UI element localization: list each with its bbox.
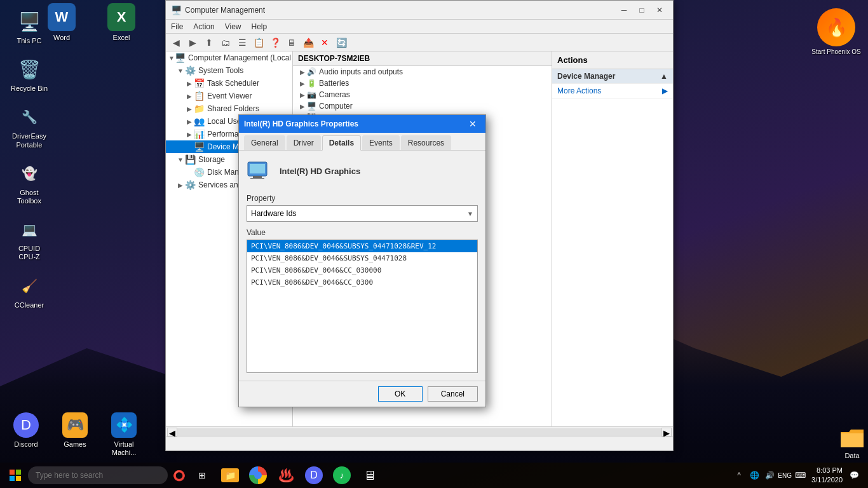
tree-expand-shared-folders[interactable]: ▶ [185, 105, 194, 112]
dialog-close-button[interactable]: ✕ [465, 117, 480, 131]
cm-show-hide-button[interactable]: 🗂 [218, 35, 233, 50]
cm-maximize-button[interactable]: □ [634, 4, 650, 17]
phoenix-os-icon[interactable]: 🔥 Start Phoenix OS [804, 0, 868, 64]
dialog-titlebar: Intel(R) HD Graphics Properties ✕ [239, 115, 485, 133]
taskbar-clock[interactable]: 8:03 PM 3/11/2020 [811, 466, 843, 485]
games-icon: 🎮 [62, 412, 88, 438]
cm-help-btn[interactable]: ❓ [268, 35, 283, 50]
dialog-tab-resources[interactable]: Resources [401, 135, 451, 150]
tray-keyboard-icon[interactable]: ⌨ [794, 469, 806, 482]
tree-expand-local-users[interactable]: ▶ [185, 118, 194, 125]
tree-item-event-viewer[interactable]: ▶ 📋 Event Viewer [166, 90, 292, 102]
tray-ime-icon[interactable]: ENG [778, 469, 791, 482]
taskbar-search-input[interactable] [28, 466, 168, 484]
dialog-tab-general[interactable]: General [244, 135, 285, 150]
action-more-actions[interactable]: More Actions ▶ [552, 84, 673, 98]
desktop-icon-discord[interactable]: D Discord [3, 410, 49, 459]
desktop-icon-this-pc[interactable]: 🖥️ This PC [6, 6, 52, 48]
expand-audio[interactable]: ▶ [298, 69, 307, 76]
tree-expand-storage[interactable]: ▼ [176, 156, 185, 163]
tree-expand-services[interactable]: ▶ [176, 182, 185, 189]
cm-menu-file[interactable]: File [166, 21, 188, 32]
taskbar-chrome-icon[interactable] [247, 463, 269, 488]
dialog-cancel-button[interactable]: Cancel [428, 386, 478, 402]
cm-forward-button[interactable]: ▶ [185, 35, 200, 50]
desktop-icon-word[interactable]: W Word [48, 3, 76, 41]
tray-network-icon[interactable]: 🌐 [748, 469, 761, 482]
cm-up-button[interactable]: ⬆ [201, 35, 217, 50]
desktop-icon-ccleaner[interactable]: 🧹 CCleaner [6, 271, 52, 312]
desktop-icon-ghost-toolbox[interactable]: 👻 GhostToolbox [6, 158, 52, 208]
taskbar-discord-taskbar-icon[interactable]: D [302, 463, 325, 488]
taskbar-steam-icon[interactable]: ♨️ [275, 463, 297, 488]
desktop-icon-cpuid[interactable]: 💻 CPUIDCPU-Z [6, 214, 52, 264]
taskbar-search-icon[interactable]: ⭕ [168, 463, 191, 488]
expand-computer[interactable]: ▶ [298, 103, 307, 110]
tray-notification-icon[interactable]: 💬 [848, 469, 860, 482]
cm-minimize-button[interactable]: ─ [616, 4, 632, 17]
device-item-audio[interactable]: ▶ 🔊 Audio inputs and outputs [293, 66, 552, 78]
value-item-1[interactable]: PCI\VEN_8086&DEV_0046&SUBSYS_04471028 [247, 252, 477, 264]
actions-title: Actions [552, 51, 673, 69]
dialog-value-list[interactable]: PCI\VEN_8086&DEV_0046&SUBSYS_04471028&RE… [247, 240, 478, 373]
desktop-icon-games[interactable]: 🎮 Games [52, 410, 98, 459]
tree-expand-task-scheduler[interactable]: ▶ [185, 80, 194, 87]
device-item-computer[interactable]: ▶ 🖥️ Computer [293, 100, 552, 112]
dialog-property-dropdown[interactable]: Hardware Ids ▼ [247, 205, 478, 222]
cm-export-button[interactable]: 📤 [301, 35, 316, 50]
desktop-icon-vm[interactable]: 💠 VirtualMachi... [101, 410, 147, 459]
vm-icon: 💠 [111, 412, 137, 438]
device-item-cameras[interactable]: ▶ 📷 Cameras [293, 89, 552, 100]
tree-expand-performance[interactable]: ▶ [185, 131, 194, 138]
device-item-batteries[interactable]: ▶ 🔋 Batteries [293, 78, 552, 89]
tree-item-system-tools[interactable]: ▼ ⚙️ System Tools [166, 64, 292, 77]
value-item-3[interactable]: PCI\VEN_8086&DEV_0046&CC_0300 [247, 276, 477, 288]
taskbar-monitor-icon[interactable]: 🖥 [358, 463, 381, 488]
action-device-manager[interactable]: Device Manager ▲ [552, 69, 673, 84]
cm-menu-help[interactable]: Help [247, 21, 273, 32]
dialog-tab-details[interactable]: Details [322, 135, 361, 151]
dialog-ok-button[interactable]: OK [378, 386, 423, 402]
tree-expand-event-viewer[interactable]: ▶ [185, 93, 194, 100]
cm-computer-button[interactable]: 🖥 [284, 35, 299, 50]
drivereasy-icon: 🔧 [17, 104, 42, 130]
tree-item-shared-folders[interactable]: ▶ 📁 Shared Folders [166, 102, 292, 115]
expand-batteries[interactable]: ▶ [298, 80, 307, 87]
desktop-icon-excel[interactable]: X Excel [107, 3, 135, 41]
tray-volume-icon[interactable]: 🔊 [763, 469, 776, 482]
cm-close-button[interactable]: ✕ [651, 4, 668, 17]
tree-item-computer-management[interactable]: ▼ 🖥️ Computer Management (Local [166, 51, 292, 64]
tray-chevron-icon[interactable]: ^ [733, 469, 745, 482]
audio-icon: 🔊 [307, 67, 316, 76]
cm-scrollbar[interactable]: ◀ ▶ [166, 426, 673, 437]
value-item-2[interactable]: PCI\VEN_8086&DEV_0046&CC_030000 [247, 264, 477, 276]
value-item-0[interactable]: PCI\VEN_8086&DEV_0046&SUBSYS_04471028&RE… [247, 240, 477, 252]
scroll-right-button[interactable]: ▶ [661, 428, 672, 437]
desktop-icon-data[interactable]: Data [839, 427, 865, 459]
taskbar-task-view-button[interactable]: ⊞ [191, 463, 214, 488]
dialog-tab-events[interactable]: Events [362, 135, 400, 150]
dialog-tab-driver[interactable]: Driver [287, 135, 321, 150]
cm-menu-view[interactable]: View [220, 21, 247, 32]
tree-expand-cm[interactable]: ▼ [168, 55, 175, 62]
expand-cameras[interactable]: ▶ [298, 92, 307, 98]
cm-refresh-button[interactable]: 🔄 [334, 35, 349, 50]
scroll-left-button[interactable]: ◀ [167, 428, 177, 437]
taskbar-spotify-icon[interactable]: ♪ [330, 463, 353, 488]
dialog-device-name: Intel(R) HD Graphics [280, 166, 360, 176]
cm-list-button[interactable]: ☰ [234, 35, 250, 50]
taskbar-file-explorer-icon[interactable]: 📁 [219, 463, 241, 488]
taskbar-start-button[interactable] [3, 463, 28, 488]
desktop-icon-recycle-bin[interactable]: 🗑️ Recycle Bin [6, 54, 52, 95]
cm-back-button[interactable]: ◀ [168, 35, 184, 50]
tree-expand-system-tools[interactable]: ▼ [176, 67, 185, 74]
action-more-actions-label: More Actions [557, 86, 601, 95]
desktop-icon-drivereasy[interactable]: 🔧 DriverEasyPortable [6, 102, 52, 151]
cm-properties-button[interactable]: 📋 [251, 35, 266, 50]
cameras-label: Cameras [319, 90, 350, 99]
cm-delete-button[interactable]: ✕ [317, 35, 332, 50]
cm-middle-header: DESKTOP-7SM2IEB [293, 51, 552, 66]
system-tray-icons: ^ 🌐 🔊 ENG ⌨ [733, 469, 806, 482]
tree-item-task-scheduler[interactable]: ▶ 📅 Task Scheduler [166, 77, 292, 90]
cm-menu-action[interactable]: Action [188, 21, 219, 32]
